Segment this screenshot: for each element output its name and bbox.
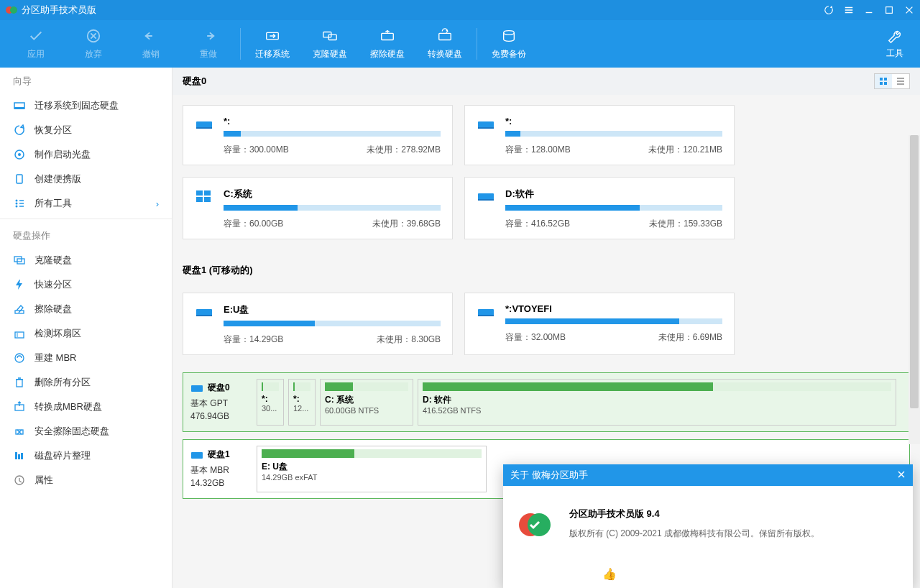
svg-rect-28 xyxy=(21,453,23,459)
chevron-right-icon: › xyxy=(156,198,159,209)
partition-card[interactable]: *:VTOYEFI 容量：32.00MB 未使用：6.69MB xyxy=(464,293,735,355)
discard-button[interactable]: 放弃 xyxy=(65,22,122,65)
disk-bar-partition[interactable]: C: 系统 60.00GB NTFS xyxy=(320,379,413,426)
svg-rect-41 xyxy=(204,197,211,202)
capacity-label: 容量：300.00MB xyxy=(224,144,289,156)
svg-rect-30 xyxy=(880,78,883,81)
wizard-icon xyxy=(13,124,26,136)
ops-item[interactable]: 安全擦除固态硬盘 xyxy=(0,419,172,444)
wizard-icon xyxy=(13,198,26,209)
disk-bar-partition[interactable]: *: 30... xyxy=(257,379,284,426)
partition-name: D:软件 xyxy=(505,188,722,201)
svg-rect-49 xyxy=(191,452,203,459)
ops-item[interactable]: 磁盘碎片整理 xyxy=(0,444,172,468)
svg-rect-37 xyxy=(478,127,494,129)
free-label: 未使用：278.92MB xyxy=(367,144,441,156)
disk1-header: 硬盘1 (可移动的) xyxy=(172,249,920,282)
scrollbar[interactable] xyxy=(908,135,920,444)
svg-rect-40 xyxy=(196,197,203,202)
disk-ops-section-title: 硬盘操作 xyxy=(0,222,172,248)
wipe-disk-button[interactable]: 擦除硬盘 xyxy=(359,22,416,65)
partition-card[interactable]: E:U盘 容量：14.29GB 未使用：8.30GB xyxy=(183,293,453,355)
partition-name: E:U盘 xyxy=(224,303,441,316)
close-icon[interactable] xyxy=(904,5,914,15)
maximize-icon[interactable] xyxy=(884,5,894,15)
ops-icon xyxy=(13,328,26,339)
wizard-item[interactable]: 所有工具› xyxy=(0,191,172,216)
svg-point-13 xyxy=(18,153,21,156)
disk-bar[interactable]: 硬盘0 基本 GPT476.94GB *: 30... *: 12... C: … xyxy=(183,372,910,432)
wizard-item[interactable]: 制作启动光盘 xyxy=(0,142,172,167)
ops-item[interactable]: 转换成MBR硬盘 xyxy=(0,395,172,419)
ops-label: 擦除硬盘 xyxy=(34,303,72,316)
about-dialog: 关于 傲梅分区助手 分区助手技术员版 9.4 版权所有 (C) 2009-202… xyxy=(503,464,913,588)
minimize-icon[interactable] xyxy=(864,5,874,15)
ops-item[interactable]: 重建 MBR xyxy=(0,346,172,370)
disk-icon xyxy=(477,117,495,132)
capacity-label: 容量：128.00MB xyxy=(505,144,571,156)
svg-rect-48 xyxy=(191,385,203,392)
svg-point-15 xyxy=(16,200,18,202)
disk-icon xyxy=(195,189,213,203)
partition-card[interactable]: *: 容量：128.00MB 未使用：120.21MB xyxy=(464,105,735,165)
wizard-label: 所有工具 xyxy=(34,197,72,210)
ops-item[interactable]: 快速分区 xyxy=(0,272,172,297)
wizard-item[interactable]: 创建便携版 xyxy=(0,167,172,191)
svg-rect-39 xyxy=(204,190,211,196)
titlebar: 分区助手技术员版 xyxy=(0,0,920,20)
ops-icon xyxy=(13,401,26,413)
dialog-close-icon[interactable] xyxy=(897,470,906,481)
dialog-titlebar: 关于 傲梅分区助手 xyxy=(503,464,913,486)
menu-icon[interactable] xyxy=(844,5,854,15)
svg-rect-7 xyxy=(382,33,394,40)
ops-item[interactable]: 检测坏扇区 xyxy=(0,321,172,346)
ops-item[interactable]: 删除所有分区 xyxy=(0,370,172,395)
svg-point-17 xyxy=(16,206,18,208)
disk-bar-partition[interactable]: *: 12... xyxy=(288,379,316,426)
refresh-icon[interactable] xyxy=(824,5,834,15)
wizard-item[interactable]: 迁移系统到固态硬盘 xyxy=(0,93,172,118)
partition-card[interactable]: D:软件 容量：416.52GB 未使用：159.33GB xyxy=(464,177,735,239)
wizard-icon xyxy=(13,173,26,185)
disk-bar-partition[interactable]: E: U盘 14.29GB exFAT xyxy=(257,446,487,492)
partition-card[interactable]: C:系统 容量：60.00GB 未使用：39.68GB xyxy=(183,177,453,239)
free-label: 未使用：8.30GB xyxy=(377,334,441,346)
apply-button[interactable]: 应用 xyxy=(7,22,65,65)
disk-icon xyxy=(195,117,213,132)
svg-point-22 xyxy=(15,354,24,362)
svg-rect-31 xyxy=(884,78,887,81)
tools-button[interactable]: 工具 xyxy=(877,22,913,65)
undo-button[interactable]: 撤销 xyxy=(122,22,180,65)
clone-disk-button[interactable]: 克隆硬盘 xyxy=(301,22,359,65)
svg-rect-27 xyxy=(18,454,20,459)
copyright-text: 版权所有 (C) 2009-2021 成都傲梅科技有限公司。保留所有版权。 xyxy=(569,528,819,540)
disk-icon xyxy=(477,189,495,203)
migrate-os-button[interactable]: 迁移系统 xyxy=(244,22,301,65)
view-toggle[interactable] xyxy=(874,73,910,89)
disk-bar-partition[interactable]: D: 软件 416.52GB NTFS xyxy=(418,379,896,426)
ops-icon xyxy=(13,254,26,266)
free-label: 未使用：120.21MB xyxy=(648,144,722,156)
partition-card[interactable]: *: 容量：300.00MB 未使用：278.92MB xyxy=(183,105,453,165)
ops-icon xyxy=(13,474,26,486)
backup-button[interactable]: 免费备份 xyxy=(480,22,538,65)
ops-item[interactable]: 属性 xyxy=(0,468,172,492)
wizard-item[interactable]: 恢复分区 xyxy=(0,118,172,142)
free-label: 未使用：159.33GB xyxy=(649,218,722,230)
capacity-label: 容量：416.52GB xyxy=(505,218,570,230)
usage-bar xyxy=(224,131,441,137)
grid-view-icon[interactable] xyxy=(875,74,892,88)
ops-item[interactable]: 擦除硬盘 xyxy=(0,297,172,321)
capacity-label: 容量：32.00MB xyxy=(505,331,566,344)
svg-rect-2 xyxy=(886,7,893,14)
ops-icon xyxy=(13,377,26,388)
ops-icon xyxy=(13,352,26,364)
convert-disk-button[interactable]: 转换硬盘 xyxy=(416,22,474,65)
redo-button[interactable]: 重做 xyxy=(180,22,237,65)
ops-item[interactable]: 克隆硬盘 xyxy=(0,248,172,272)
svg-rect-8 xyxy=(439,33,451,40)
list-view-icon[interactable] xyxy=(892,74,909,88)
disk-bar-info: 硬盘1 基本 MBR14.32GB xyxy=(189,446,252,492)
thumbs-up-icon[interactable]: 👍 xyxy=(602,567,617,581)
version-text: 分区助手技术员版 9.4 xyxy=(569,507,819,520)
